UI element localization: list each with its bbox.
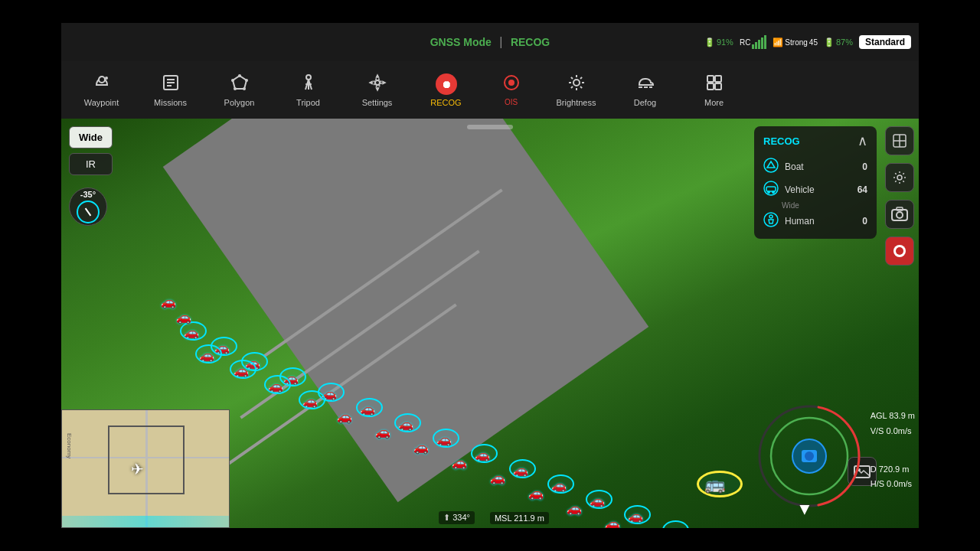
svg-point-60	[805, 452, 814, 461]
svg-point-21	[573, 80, 580, 86]
svg-point-1	[105, 77, 108, 80]
minimap-path	[62, 516, 229, 527]
missions-icon	[162, 73, 180, 95]
bar3	[758, 40, 760, 49]
status-right: 🔋 91% RC 📶 Strong 45	[704, 35, 911, 49]
left-panel: Wide IR -35°	[69, 126, 113, 226]
bar1	[752, 44, 754, 49]
distance-value: D 720.9 m	[871, 462, 915, 478]
detection-header: RECOG ∧	[763, 132, 867, 149]
svg-point-11	[231, 79, 234, 82]
compass-dial[interactable]	[77, 201, 100, 223]
rc-signal: RC	[740, 35, 766, 49]
svg-point-8	[245, 79, 248, 82]
svg-point-7	[238, 74, 241, 77]
box-7	[394, 413, 421, 432]
bar4	[761, 37, 763, 49]
tripod-icon	[299, 73, 318, 95]
detection-boat-row: Boat 0	[763, 155, 867, 178]
heading-arrow: ▲	[796, 500, 813, 520]
battery-right-icon: 🔋	[824, 37, 835, 47]
recog-mode-text: RECOG	[511, 36, 550, 48]
vehicle-28: 🚗	[176, 310, 191, 324]
toolbar: Waypoint Missions	[61, 61, 919, 119]
standard-badge[interactable]: Standard	[859, 35, 911, 49]
toolbar-more[interactable]: More	[681, 65, 746, 115]
separator: |	[499, 35, 502, 48]
toolbar-recog[interactable]: ⏺ RECOG	[413, 65, 479, 115]
detection-title: RECOG	[763, 135, 800, 147]
video-signal: 📶 Strong 45	[773, 37, 818, 47]
compass-needle	[85, 208, 92, 217]
svg-point-0	[99, 77, 105, 83]
angle-display: -35°	[69, 187, 107, 226]
recog-label: RECOG	[430, 98, 461, 107]
svg-point-52	[896, 247, 903, 255]
camera-capture-btn[interactable]	[885, 200, 914, 229]
polygon-icon	[230, 73, 249, 95]
record-btn[interactable]	[885, 236, 914, 266]
toolbar-tripod[interactable]: Tripod	[276, 65, 341, 115]
svg-line-27	[580, 86, 582, 88]
minimap-aircraft: ✈	[131, 460, 144, 478]
gnss-mode-text: GNSS Mode	[430, 36, 492, 48]
drag-handle[interactable]	[467, 125, 513, 129]
ai-settings-btn[interactable]	[885, 163, 914, 192]
minimap[interactable]: ✈ Economy	[61, 409, 230, 528]
toolbar-missions[interactable]: Missions	[138, 65, 203, 115]
svg-point-47	[897, 175, 902, 180]
defog-label: Defog	[634, 98, 656, 107]
toolbar-waypoint[interactable]: Waypoint	[69, 65, 134, 115]
battery-right-percent: 87%	[836, 37, 853, 47]
truck-icon: 🚌	[704, 474, 725, 494]
detection-collapse-btn[interactable]: ∧	[858, 132, 867, 149]
svg-rect-39	[766, 187, 776, 191]
toolbar-ois[interactable]: OIS	[482, 65, 540, 115]
vehicle-22: 🚗	[452, 455, 467, 470]
svg-rect-35	[707, 83, 714, 90]
toolbar-brightness[interactable]: Brightness	[544, 65, 609, 115]
svg-point-17	[375, 80, 380, 85]
svg-point-49	[897, 212, 903, 218]
box-6	[356, 398, 383, 417]
heading-value: 334°	[452, 513, 470, 522]
svg-point-9	[243, 87, 246, 90]
signal-value: 45	[809, 38, 818, 47]
hud-container: AGL 83.9 m V/S 0.0m/s D 720.9 m H/S 0.0m…	[746, 403, 873, 513]
battery-percent: 91%	[717, 37, 733, 47]
svg-rect-33	[707, 76, 714, 82]
rc-label: RC	[740, 38, 750, 47]
toolbar-polygon[interactable]: Polygon	[207, 65, 272, 115]
human-count: 0	[862, 216, 867, 227]
battery-icon: 🔋	[704, 37, 715, 47]
toolbar-defog[interactable]: Defog	[612, 65, 678, 115]
hud-svg	[746, 403, 873, 510]
msl-telem: MSL 211.9 m	[490, 512, 549, 524]
hs-value: H/S 0.0m/s	[871, 477, 915, 492]
svg-rect-34	[715, 76, 721, 82]
svg-point-43	[769, 215, 773, 218]
svg-marker-6	[233, 76, 247, 89]
settings-icon	[368, 73, 387, 95]
box-8	[433, 429, 459, 448]
brightness-icon	[567, 73, 586, 95]
box-9	[471, 444, 498, 463]
missions-label: Missions	[154, 98, 187, 107]
waypoint-icon	[93, 73, 111, 95]
map-toggle-btn[interactable]	[885, 126, 914, 155]
ir-btn[interactable]: IR	[69, 153, 113, 175]
wide-btn[interactable]: Wide	[69, 126, 113, 148]
toolbar-settings[interactable]: Settings	[345, 65, 410, 115]
svg-point-41	[772, 191, 775, 194]
human-detect-icon	[763, 212, 779, 230]
box-15	[195, 344, 222, 364]
telemetry-bar: ⬆ 334° MSL 211.9 m	[237, 511, 750, 524]
box-18	[299, 390, 325, 409]
bar2	[755, 42, 757, 49]
boat-icon	[763, 158, 779, 176]
recog-dot: ⏺	[436, 73, 457, 95]
battery-left: 🔋 91%	[704, 37, 733, 47]
minimap-survey-box	[108, 425, 185, 494]
msl-value: MSL 211.9 m	[495, 514, 544, 523]
more-label: More	[704, 98, 724, 107]
